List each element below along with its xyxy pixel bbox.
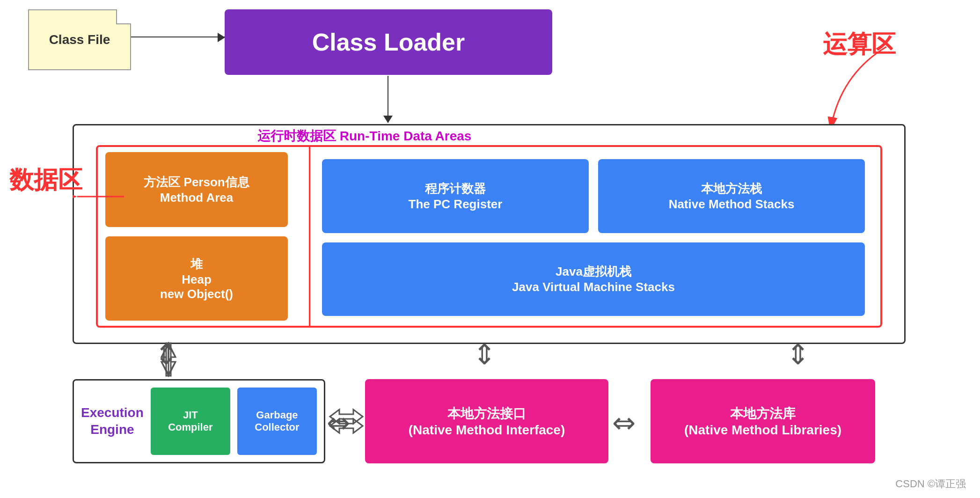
- shujuqu-arrow-svg: [73, 183, 129, 220]
- diagram-container: Class File Class Loader 运算区 运行时数据区 Run-T…: [0, 0, 980, 498]
- nl-line1: 本地方法库: [730, 405, 796, 423]
- jit-line1: JIT: [168, 409, 212, 421]
- double-arrow-right: ⇕: [786, 341, 810, 369]
- method-area-line1: 方法区 Person信息: [144, 174, 249, 190]
- jvm-stacks-line2: Java Virtual Machine Stacks: [512, 280, 675, 294]
- heap-line1: 堆: [190, 256, 203, 272]
- native-stacks-line1: 本地方法栈: [701, 181, 762, 197]
- thread-section: 程序计数器 The PC Register 本地方法栈 Native Metho…: [313, 150, 874, 325]
- inner-divider: [309, 147, 310, 326]
- native-stacks-box: 本地方法栈 Native Method Stacks: [598, 159, 865, 233]
- execution-engine-box: Execution Engine JIT Compiler Garbage Co…: [73, 379, 325, 463]
- heap-line3: new Object(): [160, 287, 233, 301]
- double-arrow-left: ⇕: [154, 341, 178, 369]
- runtime-label: 运行时数据区 Run-Time Data Areas: [257, 127, 471, 145]
- class-file-box: Class File: [28, 9, 131, 70]
- garbage-collector-box: Garbage Collector: [237, 388, 317, 455]
- native-interface-box: 本地方法接口 (Native Method Interface): [365, 379, 608, 463]
- native-libraries-box: 本地方法库 (Native Method Libraries): [651, 379, 875, 463]
- method-area-line2: Method Area: [160, 190, 234, 205]
- jvm-stacks-box: Java虚拟机栈 Java Virtual Machine Stacks: [322, 242, 865, 316]
- heap-box: 堆 Heap new Object(): [105, 236, 288, 321]
- heap-line2: Heap: [182, 272, 212, 287]
- pc-register-line2: The PC Register: [409, 197, 503, 212]
- double-arrow-center: ⇕: [473, 341, 496, 369]
- method-area-box: 方法区 Person信息 Method Area: [105, 152, 288, 227]
- h-double-arrow-right-unicode: ⇔: [612, 406, 636, 439]
- h-double-arrow-left-unicode: ⇔: [327, 406, 350, 439]
- class-file-label: Class File: [49, 32, 110, 47]
- nl-line2: (Native Method Libraries): [684, 423, 841, 438]
- runtime-label-text: 运行时数据区 Run-Time Data Areas: [257, 129, 471, 143]
- watermark-text: CSDN ©谭正强: [895, 478, 966, 490]
- arrow-cf-to-cl: [131, 37, 225, 37]
- class-loader-label: Class Loader: [312, 28, 465, 56]
- jit-compiler-box: JIT Compiler: [151, 388, 230, 455]
- ni-line2: (Native Method Interface): [409, 423, 565, 438]
- gc-line2: Collector: [255, 421, 299, 433]
- jit-line2: Compiler: [168, 421, 212, 433]
- ee-label-text: Execution Engine: [81, 404, 144, 439]
- pc-register-box: 程序计数器 The PC Register: [322, 159, 589, 233]
- ee-label: Execution Engine: [81, 404, 144, 439]
- watermark: CSDN ©谭正强: [895, 477, 966, 491]
- class-loader-box: Class Loader: [225, 9, 552, 75]
- arrow-cl-down: [388, 76, 388, 123]
- shujuqu-label: 数据区: [9, 164, 82, 197]
- gc-line1: Garbage: [255, 409, 299, 421]
- native-stacks-line2: Native Method Stacks: [669, 197, 795, 212]
- shujuqu-text: 数据区: [9, 166, 82, 193]
- jvm-stacks-line1: Java虚拟机栈: [556, 264, 631, 280]
- ni-line1: 本地方法接口: [447, 405, 526, 423]
- pc-register-line1: 程序计数器: [425, 181, 486, 197]
